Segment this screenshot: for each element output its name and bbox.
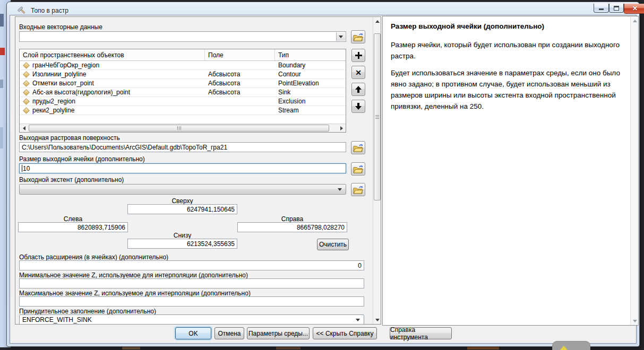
scrollbar-thumb[interactable]	[29, 125, 329, 132]
browse-input-button[interactable]	[351, 30, 365, 43]
layers-table-body: гранЧебГорОкр_regionBoundaryИзолинии_pol…	[20, 61, 346, 115]
feature-class-diamond-icon	[23, 80, 30, 87]
grip	[181, 126, 181, 130]
help-paragraph: Будет использоваться значение в параметр…	[391, 67, 632, 112]
layers-table: Слой пространственных объектов Поле Тип …	[19, 49, 346, 133]
extent-top-field[interactable]: 6247941,150645	[127, 204, 237, 214]
enforce-combobox[interactable]: ENFORCE_WITH_SINK	[19, 314, 364, 325]
type-cell[interactable]: Sink	[275, 88, 346, 97]
cancel-button[interactable]: Отмена	[214, 327, 244, 339]
window-title: Топо в растр	[31, 7, 68, 14]
scroll-up-icon	[375, 20, 380, 23]
table-row[interactable]: Абс-ая высота(гидрология)_pointАбсвысота…	[20, 88, 346, 97]
field-cell[interactable]	[205, 106, 275, 115]
add-layer-button[interactable]	[351, 49, 365, 62]
browse-output-button[interactable]	[351, 141, 365, 154]
layer-name: гранЧебГорОкр_region	[32, 62, 99, 69]
move-up-button[interactable]	[351, 83, 365, 96]
background-fragment	[0, 127, 3, 148]
hide-help-button[interactable]: << Скрыть Справку	[313, 327, 377, 339]
output-surface-value: C:\Users\Пользователь\Documents\ArcGIS\D…	[22, 144, 227, 151]
min-z-field[interactable]	[19, 278, 364, 288]
feature-class-diamond-icon	[23, 107, 30, 114]
minimize-button[interactable]	[594, 4, 609, 13]
max-z-field[interactable]	[19, 296, 364, 307]
tool-help-button[interactable]: Справка инструмента	[390, 327, 452, 339]
table-row[interactable]: Изолинии_polylineАбсвысотаContour	[20, 70, 346, 79]
browse-cell-size-button[interactable]	[351, 162, 365, 176]
extent-combobox[interactable]	[19, 184, 346, 195]
type-cell[interactable]: Boundary	[275, 61, 346, 69]
chevron-down-icon	[338, 188, 342, 191]
chevron-down-icon	[339, 36, 343, 38]
type-cell[interactable]: Stream	[275, 106, 346, 115]
help-scrollbar[interactable]	[630, 16, 638, 325]
margin-label: Область расширения (в ячейках) (дополнит…	[19, 253, 168, 261]
extent-label: Выходной экстент (дополнительно)	[19, 176, 124, 183]
extent-left-field[interactable]: 8620893,715906	[18, 222, 128, 232]
background-fragment	[0, 80, 3, 88]
type-cell[interactable]: Contour	[275, 70, 346, 78]
help-paragraph: Размер ячейки, который будет использован…	[391, 39, 632, 62]
open-folder-icon	[353, 165, 363, 173]
close-button[interactable]: ✕	[624, 4, 644, 14]
margin-value: 0	[358, 262, 362, 269]
scrollbar-thumb[interactable]	[374, 33, 381, 200]
scroll-down-button[interactable]	[373, 316, 381, 324]
background-fragment	[0, 14, 4, 27]
cell-size-field[interactable]: 10	[19, 163, 346, 173]
extent-bottom-label: Снизу	[127, 232, 237, 239]
scroll-down-button[interactable]	[631, 317, 639, 325]
output-surface-label: Выходная растровая поверхность	[19, 134, 120, 142]
scroll-up-button[interactable]	[631, 16, 639, 25]
clear-extent-button[interactable]: Очистить	[317, 239, 349, 250]
layer-name: Абс-ая высота(гидрология)_point	[32, 89, 130, 96]
field-cell[interactable]: Абсвысота	[205, 79, 275, 88]
table-row[interactable]: реки2_polylineStream	[20, 106, 346, 115]
output-surface-field[interactable]: C:\Users\Пользователь\Documents\ArcGIS\D…	[19, 142, 346, 152]
extent-right-label: Справа	[237, 215, 347, 223]
feature-class-diamond-icon	[23, 98, 30, 105]
taskbar-fragment	[122, 347, 140, 349]
grip	[179, 126, 179, 130]
table-row[interactable]: пруды2_regionExclusion	[20, 97, 346, 106]
enforce-value: ENFORCE_WITH_SINK	[22, 316, 92, 323]
move-down-button[interactable]	[351, 100, 365, 113]
maximize-button[interactable]	[609, 4, 624, 13]
background-fragment	[0, 48, 5, 55]
field-cell[interactable]	[205, 97, 275, 106]
input-vector-combobox[interactable]	[19, 31, 346, 42]
margin-field[interactable]: 0	[19, 260, 364, 270]
type-cell[interactable]: PointElevation	[275, 79, 346, 88]
table-horizontal-scrollbar[interactable]	[20, 124, 346, 132]
scroll-left-button[interactable]	[20, 124, 28, 132]
text-caret	[22, 165, 22, 172]
dropdown-button[interactable]	[336, 32, 345, 41]
extent-right-field[interactable]: 8665798,028270	[237, 222, 347, 232]
ok-button[interactable]: OK	[175, 327, 211, 339]
close-icon: ✕	[632, 5, 638, 12]
title-bar[interactable]: Топо в растр	[18, 5, 68, 16]
scroll-up-button[interactable]	[373, 17, 381, 25]
table-header: Слой пространственных объектов Поле Тип	[20, 49, 346, 61]
table-row[interactable]: Отметки высот_pointАбсвысотаPointElevati…	[20, 79, 346, 88]
scroll-right-icon	[340, 126, 343, 130]
extent-bottom-field[interactable]: 6213524,355635	[127, 239, 237, 249]
browse-extent-button[interactable]	[351, 183, 365, 196]
environments-button[interactable]: Параметры среды...	[247, 327, 310, 339]
parameters-scrollbar[interactable]	[373, 17, 381, 324]
layer-name: Изолинии_polyline	[32, 71, 87, 78]
max-z-label: Максимальное значение Z, используемое дл…	[19, 290, 251, 297]
input-vector-label: Входные векторные данные	[19, 23, 102, 31]
field-cell[interactable]: Абсвысота	[205, 88, 275, 97]
type-cell[interactable]: Exclusion	[275, 97, 346, 106]
field-cell[interactable]: Абсвысота	[205, 70, 275, 78]
extent-right-value: 8665798,028270	[297, 224, 345, 231]
remove-layer-button[interactable]: ✕	[351, 66, 365, 79]
minimize-icon	[599, 8, 604, 10]
field-cell[interactable]	[205, 61, 275, 69]
open-folder-icon	[353, 144, 363, 152]
scroll-up-icon	[633, 20, 637, 22]
scroll-right-button[interactable]	[337, 124, 346, 132]
table-row[interactable]: гранЧебГорОкр_regionBoundary	[20, 61, 346, 70]
